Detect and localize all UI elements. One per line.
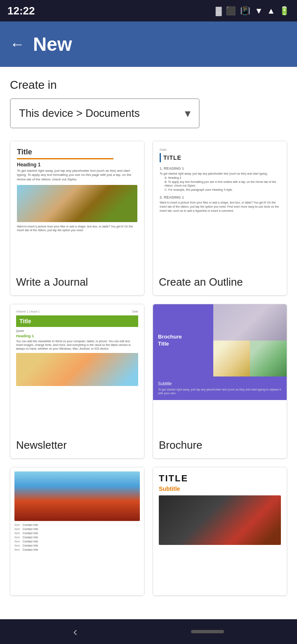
- resume-row7: Item Contact Info: [14, 548, 140, 551]
- vibrate-icon: 📳: [240, 6, 250, 16]
- wifi-icon: ▼: [255, 6, 263, 16]
- outline-body2: Want to insert a picture from your files…: [160, 201, 280, 213]
- newsletter-quote: Quote: [16, 329, 138, 332]
- time: 12:22: [7, 5, 35, 17]
- brochure-food-image2: [250, 341, 287, 377]
- brochure-right-panel: [213, 304, 287, 376]
- brochure-top-image: [213, 304, 287, 341]
- resume-value6: Contact Info: [23, 544, 38, 547]
- newsletter-label: Newsletter: [10, 432, 144, 458]
- brochure-food-image1: [213, 341, 250, 377]
- status-icons: ▓ ⬛ 📳 ▼ ▲ 🔋: [216, 6, 290, 16]
- outline-reading2: 2. READING 1: [160, 195, 280, 199]
- brochure-label: Brochure: [153, 432, 287, 458]
- journal-image: [17, 185, 137, 222]
- template-card-newsletter[interactable]: Volume 1 | Issue 1 Date Title Quote Head…: [10, 304, 144, 459]
- template-card-title-subtitle[interactable]: TITLE Subtitle: [153, 467, 287, 596]
- newsletter-image: [16, 353, 138, 386]
- resume-label3: Item: [14, 532, 20, 535]
- nav-bar: ‹: [0, 619, 297, 644]
- outline-reading1: 1. READING 1: [160, 166, 280, 170]
- resume-row3: Item Contact Info: [14, 532, 140, 535]
- app-bar: ← New: [0, 21, 297, 67]
- journal-heading-bar: [17, 158, 113, 159]
- title-image: [159, 495, 281, 545]
- resume-label5: Item: [14, 540, 20, 543]
- brochure-title: BrochureTitle: [158, 334, 208, 348]
- journal-heading1: Heading 1: [17, 162, 137, 168]
- resume-label2: Item: [14, 528, 20, 530]
- resume-image: [14, 471, 140, 521]
- resume-label7: Item: [14, 548, 20, 551]
- newsletter-title-box: Title: [16, 315, 138, 327]
- outline-section1: 1. READING 1 To get started right away, …: [160, 166, 280, 192]
- journal-footer-text: Want to insert a picture from your files…: [17, 225, 137, 232]
- brochure-purple-panel: BrochureTitle: [153, 304, 213, 376]
- outline-blue-bar: [160, 153, 161, 162]
- brochure-top: BrochureTitle: [153, 304, 287, 376]
- journal-label: Write a Journal: [10, 269, 144, 295]
- status-bar: 12:22 ▓ ⬛ 📳 ▼ ▲ 🔋: [0, 0, 297, 21]
- resume-value5: Contact Info: [23, 540, 38, 543]
- outline-title-row: TITLE: [160, 153, 280, 162]
- newsletter-heading1: Heading 1: [16, 334, 138, 338]
- nav-home-pill[interactable]: [191, 630, 224, 633]
- newsletter-body: You can add this newsletter to Word on y…: [16, 339, 138, 350]
- resume-value2: Contact Info: [23, 528, 38, 530]
- subtitle-orange-text: Subtitle: [159, 485, 281, 492]
- resume-label6: Item: [14, 544, 20, 547]
- brochure-bottom-row: [213, 341, 287, 377]
- resume-preview: Item Contact Info Item Contact Info Item…: [10, 467, 144, 595]
- resume-value4: Contact Info: [23, 536, 38, 539]
- template-card-create-an-outline[interactable]: Date TITLE 1. READING 1 To get started r…: [153, 141, 287, 296]
- outline-date: Date: [160, 148, 280, 152]
- title-big-text: TITLE: [159, 473, 281, 484]
- outline-body1: To get started right away, just tap any …: [160, 172, 280, 176]
- journal-body-text: To get started right away, just tap any …: [17, 169, 137, 182]
- cast-icon: ⬛: [226, 6, 236, 16]
- journal-title-text: Title: [17, 148, 137, 156]
- chevron-down-icon: ▾: [185, 107, 191, 120]
- resume-row6: Item Contact Info: [14, 544, 140, 547]
- template-card-resume[interactable]: Item Contact Info Item Contact Info Item…: [10, 467, 144, 596]
- outline-preview: Date TITLE 1. READING 1 To get started r…: [153, 141, 287, 269]
- signal-icon: ▓: [216, 6, 222, 16]
- resume-value3: Contact Info: [23, 532, 38, 535]
- journal-preview: Title Heading 1 To get started right awa…: [10, 141, 144, 269]
- outline-title: TITLE: [163, 154, 182, 161]
- battery-icon: 🔋: [279, 6, 290, 16]
- resume-row2: Item Contact Info: [14, 528, 140, 530]
- resume-label4: Item: [14, 536, 20, 539]
- newsletter-volume: Volume 1 | Issue 1: [16, 310, 40, 313]
- resume-row4: Item Contact Info: [14, 536, 140, 539]
- resume-label1: Item: [14, 523, 20, 526]
- outline-label: Create an Outline: [153, 269, 287, 295]
- nav-back-button[interactable]: ‹: [73, 625, 78, 639]
- templates-grid: Title Heading 1 To get started right awa…: [10, 141, 287, 596]
- create-in-label: Create in: [10, 78, 287, 92]
- page-title: New: [33, 33, 72, 55]
- newsletter-date: Date: [132, 310, 138, 313]
- brochure-subtitle: Subtitle: [158, 381, 282, 386]
- signal-strength-icon: ▲: [267, 6, 275, 16]
- title-subtitle-preview: TITLE Subtitle: [153, 467, 287, 595]
- brochure-preview: BrochureTitle Subtitle To get starte: [153, 304, 287, 432]
- brochure-body: To get started right away, just tap any …: [158, 388, 282, 395]
- brochure-bottom-panel: Subtitle To get started right away, just…: [153, 376, 287, 400]
- resume-row5: Item Contact Info: [14, 540, 140, 543]
- back-button[interactable]: ←: [10, 36, 25, 53]
- template-card-brochure[interactable]: BrochureTitle Subtitle To get starte: [153, 304, 287, 459]
- main-content: Create in This device > Documents ▾ Titl…: [0, 67, 297, 619]
- location-dropdown[interactable]: This device > Documents ▾: [10, 98, 200, 128]
- resume-value1: Contact Info: [23, 523, 38, 526]
- outline-section2: 2. READING 1 Want to insert a picture fr…: [160, 195, 280, 213]
- outline-indent1: A. Heading 2B. To apply any text formatt…: [160, 176, 280, 192]
- resume-value7: Contact Info: [23, 548, 38, 551]
- location-text: This device > Documents: [19, 107, 140, 120]
- template-card-write-a-journal[interactable]: Title Heading 1 To get started right awa…: [10, 141, 144, 296]
- newsletter-header: Volume 1 | Issue 1 Date: [16, 310, 138, 313]
- resume-row1: Item Contact Info: [14, 523, 140, 526]
- resume-contact-rows: Item Contact Info Item Contact Info Item…: [14, 523, 140, 551]
- newsletter-preview: Volume 1 | Issue 1 Date Title Quote Head…: [10, 304, 144, 432]
